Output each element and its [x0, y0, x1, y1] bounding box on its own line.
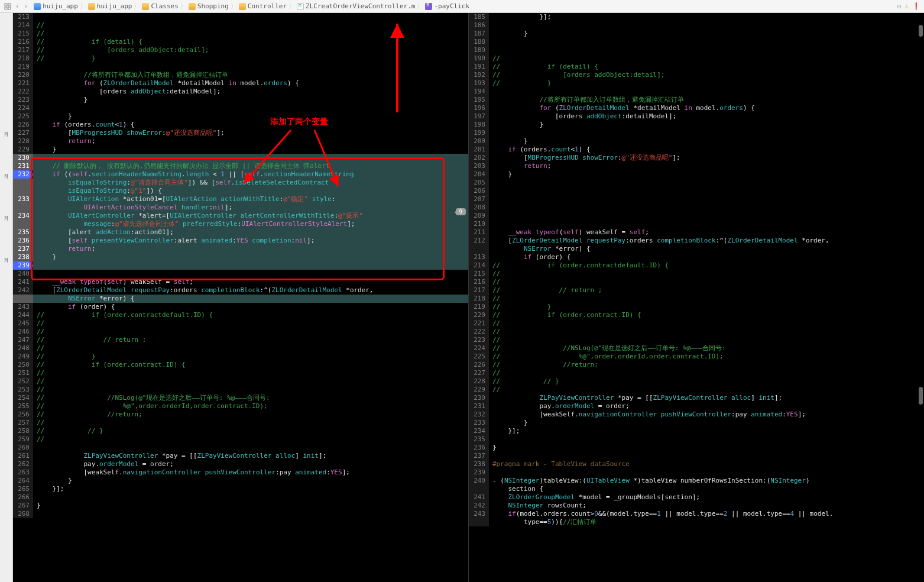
code-line[interactable]: 265 }];	[13, 485, 468, 493]
left-editor-pane[interactable]: 213 214//215//216// if (detail) {217// […	[13, 13, 468, 582]
gutter[interactable]: 247	[13, 336, 33, 344]
code-line[interactable]: 256// //return;	[13, 410, 468, 419]
gutter[interactable]: 189	[469, 46, 489, 54]
code-text[interactable]: UIAlertController *alert=[UIAlertControl…	[33, 212, 468, 220]
code-text[interactable]: }	[33, 96, 468, 104]
code-line[interactable]: 226 if (orders.count<1) {	[13, 121, 468, 129]
code-text[interactable]	[489, 220, 924, 228]
code-line[interactable]: 268	[13, 510, 468, 518]
code-text[interactable]: }	[489, 170, 924, 179]
code-text[interactable]: if (orders.count<1) {	[489, 146, 924, 154]
code-line[interactable]: 202 [MBProgressHUD showError:@"还没选商品呢"];	[469, 154, 924, 162]
gutter[interactable]: 238	[469, 460, 489, 468]
gutter[interactable]: 191	[469, 63, 489, 71]
code-line[interactable]: 254// //NSLog(@"现在是选好之后——订单号: %@———合同号:	[13, 394, 468, 402]
code-line[interactable]: 229 }	[13, 146, 468, 154]
gutter[interactable]: 255	[13, 402, 33, 410]
code-line[interactable]: isEqualToString:@"请选择合同主体"]) && [self.is…	[13, 179, 468, 187]
code-text[interactable]: [orders addObject:detailModel];	[489, 112, 924, 121]
code-line[interactable]: 245//	[13, 319, 468, 328]
code-line[interactable]: 246//	[13, 328, 468, 336]
gutter[interactable]: 200	[469, 137, 489, 146]
code-line[interactable]: 230	[13, 154, 468, 162]
code-line[interactable]: UIAlertActionStyleCancel handler:nil];	[13, 203, 468, 212]
code-text[interactable]: // //NSLog(@"现在是选好之后——订单号: %@———合同号:	[33, 394, 468, 402]
code-line[interactable]: 211 __weak typeof(self) weakSelf = self;	[469, 228, 924, 237]
code-line[interactable]: 255// %@",order.orderId,order.contract.I…	[13, 402, 468, 410]
gutter[interactable]	[13, 220, 33, 228]
code-text[interactable]: // }	[33, 54, 468, 63]
code-text[interactable]: }	[33, 253, 468, 261]
code-line[interactable]: 240- (NSInteger)tableView:(UITableView *…	[469, 477, 924, 485]
code-text[interactable]: }];	[33, 485, 468, 493]
code-text[interactable]: }	[33, 477, 468, 485]
code-text[interactable]: //将所有订单都加入订单数组，避免漏掉汇桔订单	[489, 96, 924, 104]
code-line[interactable]: 242 NSInteger rowsCount;	[469, 502, 924, 510]
code-text[interactable]: #pragma mark - TableView dataSource	[489, 460, 924, 468]
code-text[interactable]: //	[489, 54, 924, 63]
code-text[interactable]: //	[489, 336, 924, 344]
code-line[interactable]: 267}	[13, 502, 468, 510]
gutter[interactable]: 227	[469, 369, 489, 377]
gutter[interactable]: 252	[13, 377, 33, 386]
code-text[interactable]: //将所有订单都加入订单数组，避免漏掉汇桔订单	[33, 71, 468, 79]
gutter[interactable]: 238	[13, 253, 33, 261]
gutter[interactable]: 188	[469, 38, 489, 46]
code-text[interactable]: }	[489, 137, 924, 146]
gutter[interactable]	[469, 518, 489, 526]
code-line[interactable]: 252//	[13, 377, 468, 386]
gutter[interactable]: 185	[469, 13, 489, 21]
code-text[interactable]: [MBProgressHUD showError:@"还没选商品呢"];	[489, 154, 924, 162]
code-line[interactable]: 187 }	[469, 30, 924, 38]
code-text[interactable]: if ((self.sectionHeaderNameString.length…	[33, 170, 468, 179]
gutter[interactable]: 230	[469, 394, 489, 402]
code-line[interactable]: 250// if (order.contract.ID) {	[13, 361, 468, 369]
code-text[interactable]	[489, 38, 924, 46]
code-text[interactable]: if(model.orders.count>0&&(model.type==1 …	[489, 510, 924, 518]
code-line[interactable]: 234 UIAlertController *alert=[UIAlertCon…	[13, 212, 468, 220]
code-line[interactable]: 214// if (order.contractdefault.ID) {	[469, 261, 924, 270]
code-line[interactable]: 213 if (order) {	[469, 253, 924, 261]
code-text[interactable]: // // }	[489, 377, 924, 386]
code-line[interactable]: 244// if (order.contractdefault.ID) {	[13, 311, 468, 319]
code-line[interactable]: 242 [ZLOrderDetailModel requestPay:order…	[13, 286, 468, 295]
gutter[interactable]: 220	[469, 311, 489, 319]
code-line[interactable]: 212 [ZLOrderDetailModel requestPay:order…	[469, 237, 924, 245]
code-text[interactable]: //	[33, 419, 468, 427]
gutter[interactable]	[469, 245, 489, 253]
code-line[interactable]: 257//	[13, 419, 468, 427]
breadcrumb-item[interactable]: Shopping	[189, 2, 229, 10]
code-line[interactable]: 227 [MBProgressHUD showError:@"还没选商品呢"];	[13, 129, 468, 137]
gutter[interactable]: 268	[13, 510, 33, 518]
code-line[interactable]: 232 [weakSelf.navigationController pushV…	[469, 410, 924, 419]
code-text[interactable]: [weakSelf.navigationController pushViewC…	[489, 410, 924, 419]
gutter[interactable]: 232	[469, 410, 489, 419]
code-text[interactable]: //	[33, 435, 468, 444]
code-text[interactable]: }];	[489, 13, 924, 21]
code-line[interactable]: NSError *error) {	[469, 245, 924, 253]
code-text[interactable]	[489, 203, 924, 212]
code-text[interactable]	[489, 212, 924, 220]
gutter[interactable]: 265	[13, 485, 33, 493]
code-text[interactable]: }	[489, 419, 924, 427]
code-text[interactable]: // if (order.contract.ID) {	[489, 311, 924, 319]
right-code[interactable]: 185 }];186 187 }188 189 190//191// if (d…	[469, 13, 924, 582]
code-text[interactable]	[33, 13, 468, 21]
gutter[interactable]: 241	[13, 278, 33, 286]
code-line[interactable]: type==5)){//汇桔订单	[469, 518, 924, 526]
gutter[interactable]: 207	[469, 195, 489, 203]
code-line[interactable]: 247// // return ;	[13, 336, 468, 344]
gutter[interactable]: 236	[469, 444, 489, 452]
code-text[interactable]: }	[33, 146, 468, 154]
gutter[interactable]: 257	[13, 419, 33, 427]
breadcrumb-item[interactable]: huiju_app	[88, 2, 132, 10]
code-text[interactable]: // if (detail) {	[33, 38, 468, 46]
code-text[interactable]	[489, 452, 924, 460]
gutter[interactable]: 239	[13, 261, 33, 270]
gutter[interactable]: 227	[13, 129, 33, 137]
code-text[interactable]	[33, 104, 468, 112]
gutter[interactable]: 231	[469, 402, 489, 410]
gutter[interactable]: 204	[469, 170, 489, 179]
code-text[interactable]: isEqualToString:@"1"]) {	[33, 187, 468, 195]
code-text[interactable]: // // return ;	[33, 336, 468, 344]
